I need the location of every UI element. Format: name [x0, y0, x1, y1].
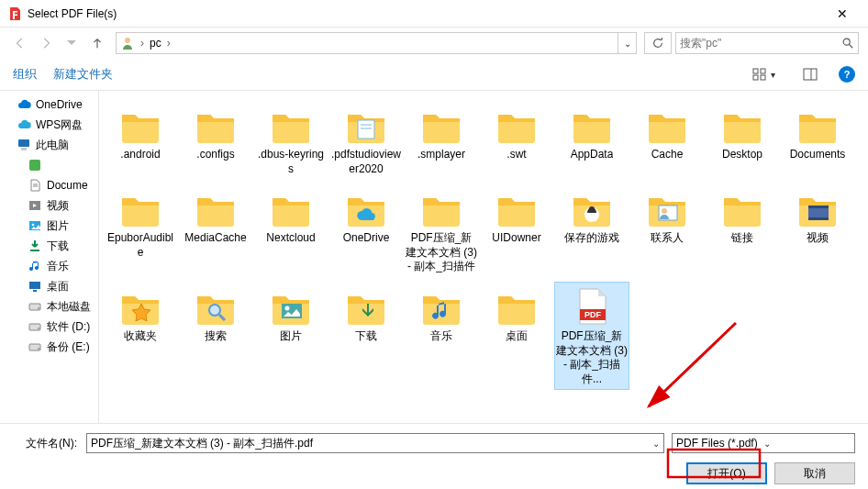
close-button[interactable]: ✕	[824, 0, 861, 28]
help-button[interactable]: ?	[839, 66, 855, 83]
file-label: EpuborAudible	[105, 231, 176, 260]
svg-rect-3	[761, 69, 765, 73]
preview-pane-button[interactable]	[798, 64, 822, 84]
folder-item[interactable]: AppData	[554, 100, 629, 180]
folder-item[interactable]: 音乐	[404, 282, 479, 390]
sidebar-item-4[interactable]: Docume	[0, 175, 98, 195]
sidebar-item-12[interactable]: 备份 (E:)	[0, 337, 98, 357]
folder-item[interactable]: MediaCache	[178, 183, 253, 278]
main-area: OneDriveWPS网盘此电脑Docume视频图片下载音乐桌面本地磁盘软件 (…	[0, 91, 868, 423]
folder-item[interactable]: UIDowner	[479, 183, 554, 278]
chevron-down-icon[interactable]: ⌄	[763, 439, 851, 449]
folder-item[interactable]: 搜索	[178, 282, 253, 390]
breadcrumb-history-button[interactable]: ⌄	[618, 33, 636, 53]
folder-item[interactable]: 链接	[705, 183, 780, 278]
music-icon	[28, 259, 42, 273]
folder-cloud-icon	[343, 187, 389, 229]
folder-item[interactable]: .configs	[178, 100, 253, 180]
search-icon[interactable]	[841, 37, 854, 50]
sidebar-item-8[interactable]: 音乐	[0, 256, 98, 276]
folder-item[interactable]: .smplayer	[404, 100, 479, 180]
folder-item[interactable]: PDF压缩_新建文本文档 (3) - 副本_扫描件	[404, 183, 479, 278]
svg-point-22	[38, 328, 39, 329]
folder-icon	[494, 285, 540, 328]
sidebar-item-7[interactable]: 下载	[0, 236, 98, 256]
folder-item[interactable]: 视频	[780, 183, 855, 278]
file-content-area[interactable]: .android.configs.dbus-keyrings.pdfstudio…	[99, 91, 868, 423]
nav-back-button[interactable]	[9, 32, 31, 54]
doc-icon	[28, 178, 42, 193]
folder-item[interactable]: Desktop	[705, 100, 780, 180]
folder-contacts-icon	[644, 187, 690, 229]
disk-icon	[28, 299, 42, 314]
nav-up-button[interactable]	[86, 32, 108, 54]
folder-item[interactable]: Cache	[629, 100, 705, 180]
sidebar-item-11[interactable]: 软件 (D:)	[0, 317, 98, 337]
file-label: 联系人	[651, 231, 684, 246]
svg-rect-5	[761, 75, 765, 80]
file-item-pdf[interactable]: PDFPDF压缩_新建文本文档 (3) - 副本_扫描件...	[554, 282, 629, 390]
folder-content-icon	[343, 104, 389, 146]
folder-item[interactable]: Documents	[780, 100, 855, 180]
video-icon	[28, 198, 42, 213]
folder-item[interactable]: 图片	[253, 282, 328, 390]
folder-search-icon	[193, 285, 239, 328]
toolbar: 组织 新建文件夹 ▾ ?	[0, 59, 868, 90]
sidebar-item-3[interactable]	[0, 155, 98, 175]
folder-item[interactable]: 收藏夹	[103, 282, 178, 390]
file-label: Cache	[651, 148, 684, 162]
footer: 文件名(N): ⌄ PDF Files (*.pdf) ⌄ 打开(O) 取消	[0, 423, 868, 489]
sidebar-item-0[interactable]: OneDrive	[0, 94, 98, 115]
svg-point-35	[209, 305, 220, 316]
file-label: UIDowner	[492, 231, 540, 246]
folder-item[interactable]: .pdfstudioviewer2020	[328, 100, 404, 180]
folder-item[interactable]: 下载	[328, 282, 404, 390]
nav-forward-button[interactable]	[35, 32, 57, 54]
folder-item[interactable]: OneDrive	[328, 183, 404, 278]
svg-point-31	[662, 208, 667, 214]
cancel-button[interactable]: 取消	[774, 462, 855, 484]
search-input[interactable]	[680, 37, 841, 50]
folder-item[interactable]: .android	[103, 100, 178, 180]
nav-recent-button[interactable]	[61, 32, 83, 54]
filename-input[interactable]	[91, 437, 652, 450]
folder-item[interactable]: EpuborAudible	[103, 183, 178, 278]
folder-item[interactable]: 保存的游戏	[554, 183, 629, 278]
new-folder-button[interactable]: 新建文件夹	[53, 66, 113, 83]
chevron-down-icon[interactable]: ⌄	[652, 439, 660, 449]
folder-image-icon	[268, 285, 314, 328]
view-mode-button[interactable]: ▾	[745, 64, 782, 84]
organize-menu[interactable]: 组织	[13, 66, 37, 83]
svg-point-0	[125, 38, 130, 43]
sidebar-item-10[interactable]: 本地磁盘	[0, 296, 98, 317]
refresh-button[interactable]	[644, 32, 672, 54]
sidebar-item-9[interactable]: 桌面	[0, 276, 98, 296]
svg-rect-4	[753, 75, 758, 80]
svg-point-15	[32, 224, 35, 227]
search-box[interactable]	[675, 32, 859, 54]
file-label: Nextcloud	[266, 231, 315, 246]
folder-item[interactable]: Nextcloud	[253, 183, 328, 278]
breadcrumb[interactable]: › pc › ⌄	[116, 32, 637, 54]
sidebar-item-label: OneDrive	[36, 98, 83, 111]
folder-item[interactable]: .swt	[479, 100, 554, 180]
svg-point-1	[843, 39, 850, 45]
filetype-combobox[interactable]: PDF Files (*.pdf) ⌄	[672, 433, 855, 453]
sidebar-item-5[interactable]: 视频	[0, 195, 98, 216]
file-label: .pdfstudioviewer2020	[330, 148, 402, 176]
sidebar-item-6[interactable]: 图片	[0, 216, 98, 236]
sidebar-item-1[interactable]: WPS网盘	[0, 115, 98, 135]
filename-combobox[interactable]: ⌄	[86, 433, 664, 453]
open-button[interactable]: 打开(O)	[686, 462, 767, 484]
svg-point-38	[285, 306, 290, 310]
monitor-icon	[17, 138, 31, 152]
desktop-icon	[28, 279, 42, 294]
app-icon	[7, 6, 22, 21]
folder-icon	[268, 187, 314, 229]
file-label: PDF压缩_新建文本文档 (3) - 副本_扫描件	[406, 231, 477, 274]
sidebar-item-2[interactable]: 此电脑	[0, 135, 98, 155]
breadcrumb-segment[interactable]: pc	[146, 37, 165, 50]
folder-item[interactable]: .dbus-keyrings	[253, 100, 328, 180]
folder-item[interactable]: 桌面	[479, 282, 554, 390]
folder-item[interactable]: 联系人	[629, 183, 705, 278]
